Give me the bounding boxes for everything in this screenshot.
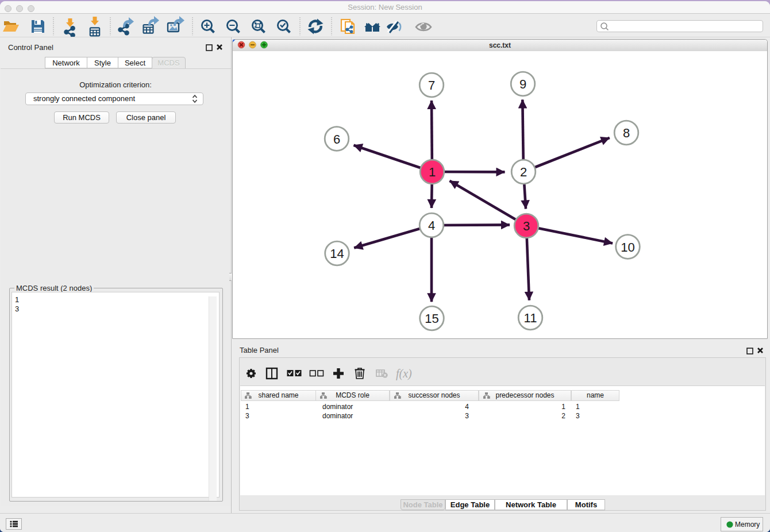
svg-text:7: 7	[428, 78, 435, 92]
svg-text:4: 4	[428, 218, 435, 233]
svg-text:1: 1	[429, 165, 436, 179]
svg-text:15: 15	[425, 311, 438, 326]
svg-text:11: 11	[524, 311, 537, 325]
svg-text:9: 9	[519, 77, 526, 91]
svg-text:f(x): f(x)	[396, 367, 412, 380]
svg-text:14: 14	[330, 246, 344, 261]
svg-text:2: 2	[520, 165, 527, 179]
svg-text:10: 10	[621, 240, 634, 255]
svg-text:6: 6	[333, 132, 340, 147]
svg-text:8: 8	[623, 126, 630, 140]
svg-text:3: 3	[523, 219, 530, 233]
